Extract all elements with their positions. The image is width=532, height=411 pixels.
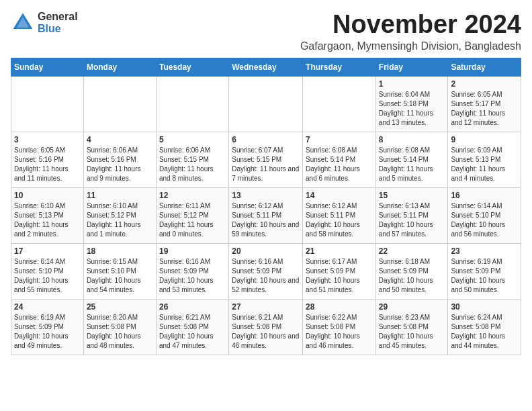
cell-info: Sunrise: 6:12 AM <box>306 201 373 211</box>
week-row-2: 3Sunrise: 6:05 AMSunset: 5:16 PMDaylight… <box>11 132 521 187</box>
calendar-cell: 11Sunrise: 6:10 AMSunset: 5:12 PMDayligh… <box>83 187 156 243</box>
calendar-cell: 3Sunrise: 6:05 AMSunset: 5:16 PMDaylight… <box>11 132 84 187</box>
cell-info: Sunrise: 6:16 AM <box>159 257 226 267</box>
day-number: 23 <box>451 246 518 256</box>
calendar-cell: 14Sunrise: 6:12 AMSunset: 5:11 PMDayligh… <box>303 187 376 243</box>
cell-info: Sunset: 5:09 PM <box>306 267 373 276</box>
cell-info: Daylight: 11 hours and 4 minutes. <box>451 165 518 183</box>
cell-info: Sunset: 5:17 PM <box>451 99 518 109</box>
weekday-header-saturday: Saturday <box>448 58 521 76</box>
calendar-cell: 27Sunrise: 6:21 AMSunset: 5:08 PMDayligh… <box>229 299 303 355</box>
day-number: 15 <box>379 191 445 200</box>
weekday-header-wednesday: Wednesday <box>229 58 303 76</box>
cell-info: Sunset: 5:11 PM <box>232 211 300 220</box>
cell-info: Sunrise: 6:17 AM <box>306 257 373 267</box>
cell-info: Sunset: 5:13 PM <box>451 155 518 165</box>
week-row-1: 1Sunrise: 6:04 AMSunset: 5:18 PMDaylight… <box>11 76 521 132</box>
cell-info: Daylight: 10 hours and 52 minutes. <box>232 276 300 295</box>
calendar-cell: 28Sunrise: 6:22 AMSunset: 5:08 PMDayligh… <box>303 299 376 355</box>
cell-info: Sunset: 5:08 PM <box>87 322 153 332</box>
cell-info: Daylight: 11 hours and 6 minutes. <box>306 165 373 183</box>
day-number: 28 <box>306 302 373 312</box>
weekday-header-thursday: Thursday <box>303 58 376 76</box>
cell-info: Sunset: 5:10 PM <box>87 267 153 276</box>
day-number: 11 <box>87 191 153 200</box>
day-number: 17 <box>14 246 81 256</box>
page-header: General Blue November 2024 Gafargaon, My… <box>11 11 521 52</box>
cell-info: Daylight: 11 hours and 7 minutes. <box>232 165 300 183</box>
day-number: 10 <box>14 191 81 200</box>
day-number: 6 <box>232 135 300 144</box>
cell-info: Sunset: 5:13 PM <box>14 211 81 220</box>
cell-info: Sunrise: 6:24 AM <box>451 313 518 322</box>
logo-icon <box>11 11 35 35</box>
cell-info: Sunrise: 6:14 AM <box>451 201 518 211</box>
logo: General Blue <box>11 11 78 35</box>
cell-info: Sunset: 5:09 PM <box>451 267 518 276</box>
cell-info: Daylight: 11 hours and 5 minutes. <box>379 165 445 183</box>
week-row-3: 10Sunrise: 6:10 AMSunset: 5:13 PMDayligh… <box>11 187 521 243</box>
calendar-cell: 15Sunrise: 6:13 AMSunset: 5:11 PMDayligh… <box>375 187 448 243</box>
cell-info: Sunset: 5:14 PM <box>379 155 445 165</box>
calendar-cell: 2Sunrise: 6:05 AMSunset: 5:17 PMDaylight… <box>448 76 521 132</box>
cell-info: Sunrise: 6:10 AM <box>14 201 81 211</box>
day-number: 24 <box>14 302 81 312</box>
day-number: 29 <box>379 302 445 312</box>
cell-info: Daylight: 10 hours and 50 minutes. <box>451 276 518 295</box>
calendar-cell: 19Sunrise: 6:16 AMSunset: 5:09 PMDayligh… <box>156 243 228 299</box>
cell-info: Sunrise: 6:16 AM <box>232 257 300 267</box>
cell-info: Sunrise: 6:07 AM <box>232 146 300 155</box>
cell-info: Sunset: 5:12 PM <box>159 211 226 220</box>
weekday-header-tuesday: Tuesday <box>156 58 228 76</box>
title-block: November 2024 Gafargaon, Mymensingh Divi… <box>300 11 521 52</box>
cell-info: Daylight: 11 hours and 0 minutes. <box>159 220 226 239</box>
calendar-cell: 12Sunrise: 6:11 AMSunset: 5:12 PMDayligh… <box>156 187 228 243</box>
day-number: 2 <box>451 79 518 89</box>
cell-info: Daylight: 10 hours and 44 minutes. <box>451 332 518 351</box>
cell-info: Sunset: 5:11 PM <box>306 211 373 220</box>
cell-info: Daylight: 11 hours and 12 minutes. <box>451 109 518 128</box>
cell-info: Sunrise: 6:08 AM <box>379 146 445 155</box>
day-number: 8 <box>379 135 445 144</box>
calendar-cell: 24Sunrise: 6:19 AMSunset: 5:09 PMDayligh… <box>11 299 84 355</box>
logo-text: General Blue <box>38 11 78 34</box>
cell-info: Sunset: 5:08 PM <box>232 322 300 332</box>
cell-info: Daylight: 11 hours and 11 minutes. <box>14 165 81 183</box>
cell-info: Daylight: 10 hours and 46 minutes. <box>306 332 373 351</box>
calendar-cell: 4Sunrise: 6:06 AMSunset: 5:16 PMDaylight… <box>83 132 156 187</box>
cell-info: Sunset: 5:18 PM <box>379 99 445 109</box>
cell-info: Sunrise: 6:22 AM <box>306 313 373 322</box>
cell-info: Sunrise: 6:13 AM <box>379 201 445 211</box>
cell-info: Daylight: 10 hours and 45 minutes. <box>379 332 445 351</box>
cell-info: Sunrise: 6:05 AM <box>451 90 518 99</box>
cell-info: Sunset: 5:09 PM <box>379 267 445 276</box>
cell-info: Sunset: 5:11 PM <box>379 211 445 220</box>
cell-info: Sunrise: 6:23 AM <box>379 313 445 322</box>
calendar-cell: 29Sunrise: 6:23 AMSunset: 5:08 PMDayligh… <box>375 299 448 355</box>
day-number: 5 <box>159 135 226 144</box>
day-number: 12 <box>159 191 226 200</box>
cell-info: Sunset: 5:09 PM <box>232 267 300 276</box>
day-number: 13 <box>232 191 300 200</box>
cell-info: Sunset: 5:15 PM <box>232 155 300 165</box>
calendar-cell: 1Sunrise: 6:04 AMSunset: 5:18 PMDaylight… <box>375 76 448 132</box>
calendar-cell: 9Sunrise: 6:09 AMSunset: 5:13 PMDaylight… <box>448 132 521 187</box>
cell-info: Sunrise: 6:08 AM <box>306 146 373 155</box>
calendar-cell: 21Sunrise: 6:17 AMSunset: 5:09 PMDayligh… <box>303 243 376 299</box>
cell-info: Sunrise: 6:21 AM <box>232 313 300 322</box>
cell-info: Sunrise: 6:06 AM <box>159 146 226 155</box>
cell-info: Daylight: 10 hours and 58 minutes. <box>306 220 373 239</box>
calendar-cell <box>303 76 376 132</box>
calendar-cell: 18Sunrise: 6:15 AMSunset: 5:10 PMDayligh… <box>83 243 156 299</box>
cell-info: Daylight: 10 hours and 49 minutes. <box>14 332 81 351</box>
logo-general-text: General <box>38 11 78 23</box>
cell-info: Sunrise: 6:06 AM <box>87 146 153 155</box>
calendar-cell: 22Sunrise: 6:18 AMSunset: 5:09 PMDayligh… <box>375 243 448 299</box>
cell-info: Sunrise: 6:21 AM <box>159 313 226 322</box>
cell-info: Sunrise: 6:12 AM <box>232 201 300 211</box>
day-number: 9 <box>451 135 518 144</box>
day-number: 1 <box>379 79 445 89</box>
cell-info: Daylight: 10 hours and 57 minutes. <box>379 220 445 239</box>
weekday-header-monday: Monday <box>83 58 156 76</box>
calendar-cell: 8Sunrise: 6:08 AMSunset: 5:14 PMDaylight… <box>375 132 448 187</box>
